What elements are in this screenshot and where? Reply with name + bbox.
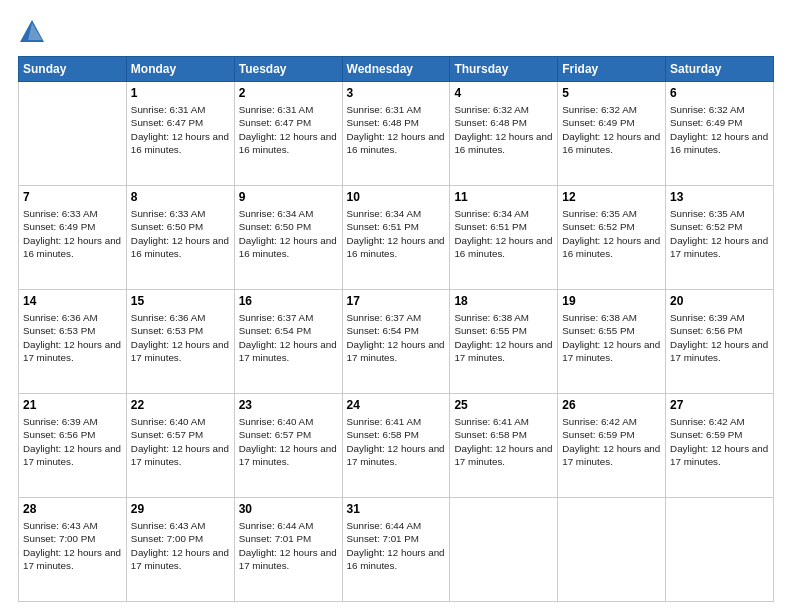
calendar-cell: 13Sunrise: 6:35 AMSunset: 6:52 PMDayligh… (666, 186, 774, 290)
calendar-cell: 28Sunrise: 6:43 AMSunset: 7:00 PMDayligh… (19, 498, 127, 602)
cell-day-number: 18 (454, 293, 553, 309)
cell-info: Sunrise: 6:32 AMSunset: 6:49 PMDaylight:… (562, 103, 661, 156)
calendar-cell: 14Sunrise: 6:36 AMSunset: 6:53 PMDayligh… (19, 290, 127, 394)
calendar-cell (666, 498, 774, 602)
calendar-header-saturday: Saturday (666, 57, 774, 82)
cell-day-number: 9 (239, 189, 338, 205)
calendar-cell (19, 82, 127, 186)
cell-day-number: 10 (347, 189, 446, 205)
cell-info: Sunrise: 6:41 AMSunset: 6:58 PMDaylight:… (454, 415, 553, 468)
cell-info: Sunrise: 6:33 AMSunset: 6:50 PMDaylight:… (131, 207, 230, 260)
cell-day-number: 11 (454, 189, 553, 205)
cell-info: Sunrise: 6:34 AMSunset: 6:50 PMDaylight:… (239, 207, 338, 260)
cell-info: Sunrise: 6:34 AMSunset: 6:51 PMDaylight:… (347, 207, 446, 260)
cell-day-number: 13 (670, 189, 769, 205)
calendar-cell: 11Sunrise: 6:34 AMSunset: 6:51 PMDayligh… (450, 186, 558, 290)
calendar-cell: 19Sunrise: 6:38 AMSunset: 6:55 PMDayligh… (558, 290, 666, 394)
cell-day-number: 21 (23, 397, 122, 413)
cell-info: Sunrise: 6:32 AMSunset: 6:49 PMDaylight:… (670, 103, 769, 156)
cell-info: Sunrise: 6:40 AMSunset: 6:57 PMDaylight:… (239, 415, 338, 468)
calendar-cell: 24Sunrise: 6:41 AMSunset: 6:58 PMDayligh… (342, 394, 450, 498)
calendar-cell: 27Sunrise: 6:42 AMSunset: 6:59 PMDayligh… (666, 394, 774, 498)
calendar-cell: 15Sunrise: 6:36 AMSunset: 6:53 PMDayligh… (126, 290, 234, 394)
calendar-cell: 12Sunrise: 6:35 AMSunset: 6:52 PMDayligh… (558, 186, 666, 290)
calendar-cell: 22Sunrise: 6:40 AMSunset: 6:57 PMDayligh… (126, 394, 234, 498)
cell-info: Sunrise: 6:38 AMSunset: 6:55 PMDaylight:… (562, 311, 661, 364)
cell-day-number: 12 (562, 189, 661, 205)
cell-day-number: 2 (239, 85, 338, 101)
cell-info: Sunrise: 6:44 AMSunset: 7:01 PMDaylight:… (347, 519, 446, 572)
page: SundayMondayTuesdayWednesdayThursdayFrid… (0, 0, 792, 612)
calendar-week-5: 28Sunrise: 6:43 AMSunset: 7:00 PMDayligh… (19, 498, 774, 602)
calendar-cell: 26Sunrise: 6:42 AMSunset: 6:59 PMDayligh… (558, 394, 666, 498)
cell-info: Sunrise: 6:35 AMSunset: 6:52 PMDaylight:… (562, 207, 661, 260)
calendar-cell: 7Sunrise: 6:33 AMSunset: 6:49 PMDaylight… (19, 186, 127, 290)
logo (18, 18, 50, 46)
calendar-cell: 18Sunrise: 6:38 AMSunset: 6:55 PMDayligh… (450, 290, 558, 394)
cell-day-number: 22 (131, 397, 230, 413)
cell-info: Sunrise: 6:43 AMSunset: 7:00 PMDaylight:… (23, 519, 122, 572)
cell-day-number: 26 (562, 397, 661, 413)
calendar-cell: 6Sunrise: 6:32 AMSunset: 6:49 PMDaylight… (666, 82, 774, 186)
cell-info: Sunrise: 6:37 AMSunset: 6:54 PMDaylight:… (347, 311, 446, 364)
calendar-table: SundayMondayTuesdayWednesdayThursdayFrid… (18, 56, 774, 602)
cell-day-number: 1 (131, 85, 230, 101)
cell-day-number: 25 (454, 397, 553, 413)
cell-day-number: 28 (23, 501, 122, 517)
cell-day-number: 14 (23, 293, 122, 309)
cell-info: Sunrise: 6:33 AMSunset: 6:49 PMDaylight:… (23, 207, 122, 260)
cell-day-number: 17 (347, 293, 446, 309)
calendar-cell: 17Sunrise: 6:37 AMSunset: 6:54 PMDayligh… (342, 290, 450, 394)
cell-info: Sunrise: 6:37 AMSunset: 6:54 PMDaylight:… (239, 311, 338, 364)
cell-day-number: 20 (670, 293, 769, 309)
calendar-cell: 29Sunrise: 6:43 AMSunset: 7:00 PMDayligh… (126, 498, 234, 602)
logo-icon (18, 18, 46, 46)
calendar-cell: 25Sunrise: 6:41 AMSunset: 6:58 PMDayligh… (450, 394, 558, 498)
calendar-cell (450, 498, 558, 602)
cell-day-number: 29 (131, 501, 230, 517)
calendar-week-1: 1Sunrise: 6:31 AMSunset: 6:47 PMDaylight… (19, 82, 774, 186)
calendar-cell: 5Sunrise: 6:32 AMSunset: 6:49 PMDaylight… (558, 82, 666, 186)
cell-info: Sunrise: 6:31 AMSunset: 6:47 PMDaylight:… (131, 103, 230, 156)
calendar-cell (558, 498, 666, 602)
cell-info: Sunrise: 6:35 AMSunset: 6:52 PMDaylight:… (670, 207, 769, 260)
cell-info: Sunrise: 6:39 AMSunset: 6:56 PMDaylight:… (670, 311, 769, 364)
calendar-cell: 21Sunrise: 6:39 AMSunset: 6:56 PMDayligh… (19, 394, 127, 498)
cell-info: Sunrise: 6:43 AMSunset: 7:00 PMDaylight:… (131, 519, 230, 572)
cell-info: Sunrise: 6:40 AMSunset: 6:57 PMDaylight:… (131, 415, 230, 468)
calendar-cell: 31Sunrise: 6:44 AMSunset: 7:01 PMDayligh… (342, 498, 450, 602)
cell-day-number: 23 (239, 397, 338, 413)
cell-info: Sunrise: 6:44 AMSunset: 7:01 PMDaylight:… (239, 519, 338, 572)
cell-day-number: 15 (131, 293, 230, 309)
cell-day-number: 5 (562, 85, 661, 101)
cell-day-number: 24 (347, 397, 446, 413)
cell-day-number: 3 (347, 85, 446, 101)
calendar-cell: 2Sunrise: 6:31 AMSunset: 6:47 PMDaylight… (234, 82, 342, 186)
calendar-header-wednesday: Wednesday (342, 57, 450, 82)
cell-day-number: 30 (239, 501, 338, 517)
calendar-cell: 4Sunrise: 6:32 AMSunset: 6:48 PMDaylight… (450, 82, 558, 186)
cell-day-number: 16 (239, 293, 338, 309)
calendar-header-row: SundayMondayTuesdayWednesdayThursdayFrid… (19, 57, 774, 82)
calendar-cell: 30Sunrise: 6:44 AMSunset: 7:01 PMDayligh… (234, 498, 342, 602)
calendar-cell: 20Sunrise: 6:39 AMSunset: 6:56 PMDayligh… (666, 290, 774, 394)
cell-day-number: 6 (670, 85, 769, 101)
calendar-week-2: 7Sunrise: 6:33 AMSunset: 6:49 PMDaylight… (19, 186, 774, 290)
header (18, 18, 774, 46)
calendar-header-sunday: Sunday (19, 57, 127, 82)
cell-day-number: 4 (454, 85, 553, 101)
calendar-cell: 1Sunrise: 6:31 AMSunset: 6:47 PMDaylight… (126, 82, 234, 186)
calendar-cell: 3Sunrise: 6:31 AMSunset: 6:48 PMDaylight… (342, 82, 450, 186)
cell-info: Sunrise: 6:39 AMSunset: 6:56 PMDaylight:… (23, 415, 122, 468)
calendar-cell: 9Sunrise: 6:34 AMSunset: 6:50 PMDaylight… (234, 186, 342, 290)
calendar-header-monday: Monday (126, 57, 234, 82)
calendar-cell: 8Sunrise: 6:33 AMSunset: 6:50 PMDaylight… (126, 186, 234, 290)
calendar-cell: 10Sunrise: 6:34 AMSunset: 6:51 PMDayligh… (342, 186, 450, 290)
cell-info: Sunrise: 6:32 AMSunset: 6:48 PMDaylight:… (454, 103, 553, 156)
calendar-cell: 16Sunrise: 6:37 AMSunset: 6:54 PMDayligh… (234, 290, 342, 394)
cell-day-number: 7 (23, 189, 122, 205)
cell-info: Sunrise: 6:31 AMSunset: 6:48 PMDaylight:… (347, 103, 446, 156)
cell-day-number: 27 (670, 397, 769, 413)
calendar-header-tuesday: Tuesday (234, 57, 342, 82)
cell-info: Sunrise: 6:34 AMSunset: 6:51 PMDaylight:… (454, 207, 553, 260)
